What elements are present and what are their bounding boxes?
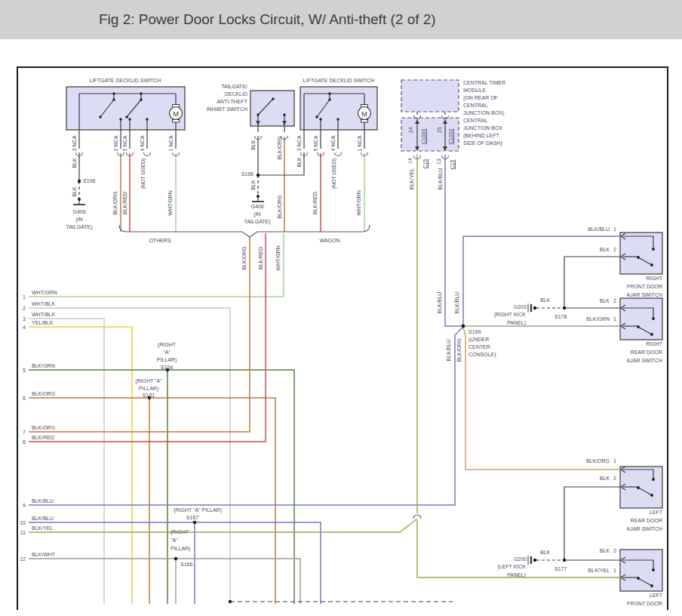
left-front-door-ajar-switch-label: LEFT bbox=[650, 593, 662, 599]
splice-s166-label: (RIGHT bbox=[170, 529, 189, 535]
switch2-title: LIFTGATE DECKLID SWITCH bbox=[303, 78, 375, 84]
left-rear-door-ajar-switch-label: LEFT bbox=[650, 510, 662, 516]
splice-s164-label: (RIGHT bbox=[158, 342, 176, 348]
central-timer-module-box bbox=[401, 80, 459, 112]
ground-g406-mid-label: G406 bbox=[250, 204, 263, 210]
wire-9-blkblu bbox=[29, 327, 463, 505]
wire-7-blkorg bbox=[29, 236, 250, 432]
ground-g203-label: G203 bbox=[514, 304, 527, 310]
wire-blkyel-cjb-to-left-front-door bbox=[417, 154, 620, 578]
splice-s161-label: (RIGHT "A" bbox=[135, 378, 162, 384]
splice-s196-left-label: S196 bbox=[83, 178, 95, 184]
splice-s159-label: S159 bbox=[468, 329, 481, 335]
splice-s178-label: S178 bbox=[555, 314, 567, 320]
switch1-title: LIFTGATE DECKLID SWITCH bbox=[90, 78, 161, 84]
wiring-diagram-page: Fig 2: Power Door Locks Circuit, W/ Anti… bbox=[0, 0, 682, 616]
ground-g200-label: G200 bbox=[514, 556, 527, 562]
splice-s177 bbox=[563, 559, 566, 562]
wire-5-blkgrn bbox=[29, 370, 294, 604]
splice-s166 bbox=[174, 557, 177, 560]
motor-label-2: M bbox=[361, 110, 367, 118]
splice-s159 bbox=[462, 325, 465, 328]
right-front-door-ajar-switch-label: RIGHT bbox=[646, 276, 662, 282]
left-pin-wire-label: WHT/GRN bbox=[32, 290, 57, 296]
central-junction-box-label: CENTRAL bbox=[463, 118, 488, 124]
splice-s196-left bbox=[78, 180, 81, 183]
group-others-label: OTHERS bbox=[149, 238, 170, 244]
inhibit-switch-title: TAILGATE/ bbox=[221, 84, 247, 90]
wire-6-blkorg bbox=[29, 398, 275, 604]
splice-s196-mid bbox=[257, 174, 260, 177]
splice-s196-mid-label: S196 bbox=[241, 171, 253, 177]
wire-11-blkyel bbox=[29, 519, 417, 532]
wiring-diagram-canvas: M M bbox=[0, 0, 682, 616]
pin-label: 3 NCA bbox=[72, 136, 78, 152]
right-rear-door-ajar-switch-box bbox=[620, 298, 662, 340]
wire-2-whtblk bbox=[29, 308, 230, 602]
left-front-door-ajar-switch-box bbox=[620, 550, 662, 591]
wire-blkblu-s159-to-right-front-door bbox=[463, 236, 620, 326]
right-rear-door-ajar-switch-label: RIGHT bbox=[646, 341, 662, 347]
splice-s167 bbox=[193, 521, 196, 524]
anti-theft-inhibit-switch-box bbox=[250, 91, 294, 126]
wire-blk-right-front-pin2 bbox=[564, 257, 620, 308]
others-wagon-merge-brace bbox=[119, 225, 370, 237]
right-front-door-ajar-switch-box bbox=[620, 233, 662, 274]
splice-s167-label: (RIGHT "A" PILLAR) bbox=[174, 507, 222, 513]
ground-g406-left-label: G406 bbox=[72, 209, 85, 215]
wire-12-blkwht bbox=[29, 559, 300, 604]
central-timer-module-label: CENTRAL TIMER bbox=[463, 80, 505, 86]
wire-3-whtblk bbox=[29, 319, 104, 604]
wire-blk-left-rear-pin2 bbox=[564, 487, 620, 560]
group-wagon-label: WAGON bbox=[320, 238, 340, 244]
splice-s177-label: S177 bbox=[555, 566, 567, 572]
motor-label-1: M bbox=[173, 110, 179, 118]
splice-s178 bbox=[563, 306, 566, 310]
